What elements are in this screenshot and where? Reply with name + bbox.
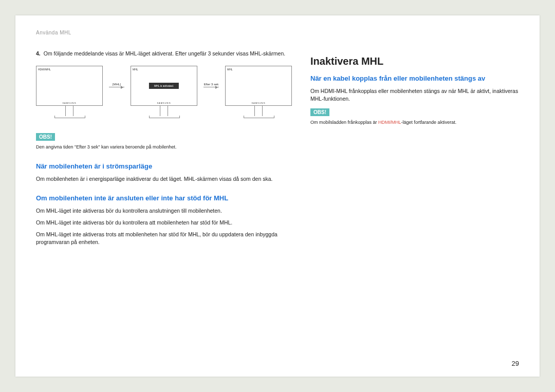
- screen-message: MHL is activated.: [149, 83, 179, 89]
- list-text: Om följande meddelande visas är MHL-läge…: [44, 50, 285, 58]
- paragraph: Om MHL-läget inte aktiveras bör du kontr…: [36, 207, 292, 215]
- page-number: 29: [512, 360, 519, 367]
- monitor-diagram: HDMI/MHL SAMSUNG [MHL] MHL MHL is activa…: [36, 66, 292, 116]
- brand-label: SAMSUNG: [62, 102, 76, 104]
- document-page: Använda MHL 4. Om följande meddelande vi…: [15, 15, 540, 377]
- paragraph: Om MHL-läget inte aktiveras trots att mo…: [36, 231, 292, 246]
- brand-label: SAMSUNG: [251, 102, 265, 104]
- heading-cable: När en kabel kopplas från eller mobilenh…: [310, 74, 519, 83]
- arrow-2: Efter 3 sek: [203, 83, 219, 87]
- arrow-1: [MHL]: [109, 83, 124, 87]
- right-column: Inaktivera MHL När en kabel kopplas från…: [310, 30, 519, 365]
- heading-powersave: När mobilenheten är i strömsparläge: [36, 162, 292, 171]
- heading-notconnected: Om mobilenheten inte är ansluten eller i…: [36, 194, 292, 203]
- monitor-3: MHL SAMSUNG: [225, 66, 292, 116]
- breadcrumb: Använda MHL: [36, 30, 292, 35]
- left-column: Använda MHL 4. Om följande meddelande vi…: [36, 30, 292, 365]
- obs-note: Den angivna tiden "Efter 3 sek" kan vari…: [36, 144, 292, 151]
- list-number: 4.: [36, 50, 41, 58]
- paragraph: Om MHL-läget inte aktiveras bör du kontr…: [36, 219, 292, 227]
- paragraph: Om HDMI-MHL frånkopplas eller mobilenhet…: [310, 87, 519, 103]
- monitor-2: MHL MHL is activated. SAMSUNG: [131, 66, 197, 116]
- obs-badge: OBS!: [36, 133, 55, 141]
- screen-label: HDMI/MHL: [38, 68, 51, 71]
- brand-label: SAMSUNG: [157, 102, 171, 104]
- list-item-4: 4. Om följande meddelande visas är MHL-l…: [36, 50, 292, 58]
- obs-badge: OBS!: [310, 108, 329, 116]
- heading-inaktivera: Inaktivera MHL: [310, 55, 519, 67]
- obs-note: Om mobilsladden frånkopplas är HDMI/MHL-…: [310, 119, 519, 126]
- screen-label: MHL: [133, 68, 138, 71]
- monitor-1: HDMI/MHL SAMSUNG: [36, 66, 103, 116]
- paragraph: Om mobilenheten är i energisparläge inak…: [36, 175, 292, 183]
- screen-label: MHL: [227, 68, 233, 71]
